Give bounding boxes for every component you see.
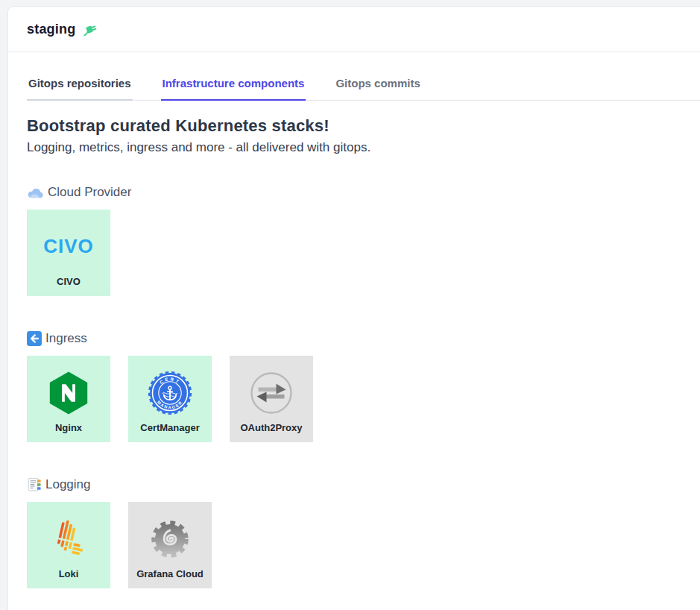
tile-label: CIVO: [57, 276, 81, 287]
section-logging: Logging Loki Grafana Cloud: [27, 477, 700, 588]
environment-title: staging: [27, 22, 75, 37]
nginx-logo: [48, 363, 89, 422]
section-title: Logging: [45, 477, 91, 492]
tab-bar: Gitops repositoriesInfrastructure compon…: [27, 77, 700, 101]
section-ingress: Ingress Nginx CERT MANAGER: [27, 331, 700, 442]
page-title: Bootstrap curated Kubernetes stacks!: [27, 116, 700, 136]
tile-row-logging: Loki Grafana Cloud: [27, 502, 700, 588]
tab-gitops-commits[interactable]: Gitops commits: [334, 77, 421, 101]
left-arrow-icon: [27, 331, 42, 346]
page-subtitle: Logging, metrics, ingress and more - all…: [27, 140, 700, 155]
tile-civo[interactable]: CIVOCIVO: [27, 210, 110, 296]
section-header-logging: Logging: [27, 477, 700, 492]
grafana-logo: [149, 509, 191, 568]
tile-nginx[interactable]: Nginx: [27, 356, 110, 442]
log-tabs-icon: [27, 477, 42, 492]
section-header-ingress: Ingress: [27, 331, 700, 346]
tile-label: OAuth2Proxy: [240, 422, 302, 433]
civo-logo: CIVO: [43, 217, 94, 276]
cloud-icon: [27, 186, 44, 199]
certmanager-logo: CERT MANAGER: [148, 363, 192, 422]
environment-card: staging Gitops repositoriesInfrastructur…: [7, 6, 700, 610]
tile-label: Nginx: [55, 422, 82, 433]
section-header-cloud-provider: Cloud Provider: [27, 185, 700, 200]
section-cloud-provider: Cloud ProviderCIVOCIVO: [27, 185, 700, 296]
tile-label: Grafana Cloud: [136, 568, 204, 579]
tile-row-cloud-provider: CIVOCIVO: [27, 210, 700, 296]
tile-row-ingress: Nginx CERT MANAGER CertManager: [27, 356, 700, 442]
tile-certmanager[interactable]: CERT MANAGER CertManager: [128, 356, 212, 442]
plug-icon: [82, 22, 98, 37]
environment-header: staging: [8, 7, 700, 52]
tile-loki[interactable]: Loki: [27, 502, 110, 588]
tile-oauth2proxy[interactable]: OAuth2Proxy: [230, 356, 313, 442]
tab-infrastructure-components[interactable]: Infrastructure components: [161, 77, 306, 101]
tile-label: Loki: [59, 568, 79, 579]
section-title: Ingress: [45, 331, 87, 346]
tab-gitops-repositories[interactable]: Gitops repositories: [27, 77, 133, 101]
stack-sections: Cloud ProviderCIVOCIVO Ingress Nginx CER…: [27, 185, 700, 588]
oauth2proxy-logo: [249, 363, 294, 422]
tile-label: CertManager: [140, 422, 199, 433]
loki-logo: [47, 509, 90, 568]
section-title: Cloud Provider: [48, 185, 131, 200]
tile-grafana-cloud[interactable]: Grafana Cloud: [128, 502, 212, 588]
card-body: Gitops repositoriesInfrastructure compon…: [8, 77, 700, 588]
